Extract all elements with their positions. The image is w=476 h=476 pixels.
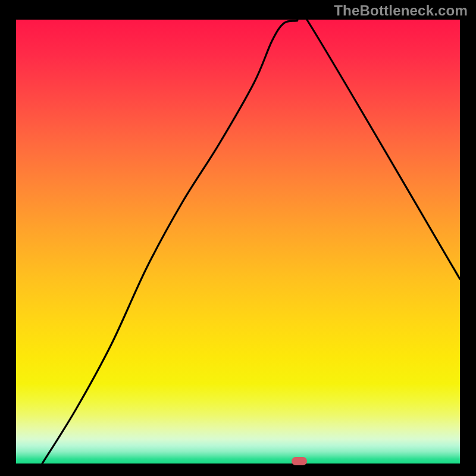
chart-container: TheBottleneck.com — [0, 0, 476, 476]
plot-area — [16, 20, 460, 464]
optimal-point-marker — [292, 457, 307, 465]
watermark-label: TheBottleneck.com — [334, 2, 468, 19]
bottleneck-curve — [16, 20, 460, 464]
